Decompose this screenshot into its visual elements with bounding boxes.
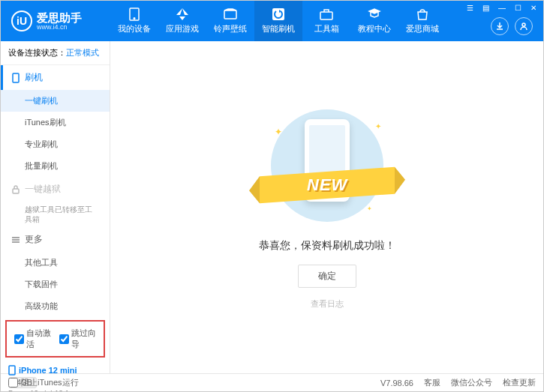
tab-toolbox[interactable]: 工具箱 <box>302 1 350 41</box>
svg-point-1 <box>134 18 135 19</box>
sidebar-item-batch-flash[interactable]: 批量刷机 <box>1 155 110 177</box>
tab-tutorials[interactable]: 教程中心 <box>350 1 398 41</box>
sidebar-group-more[interactable]: 更多 <box>1 227 110 252</box>
minimize-icon[interactable]: — <box>496 2 508 13</box>
sidebar-item-download-firmware[interactable]: 下载固件 <box>1 274 110 295</box>
svg-point-5 <box>522 23 525 26</box>
sidebar-item-other-tools[interactable]: 其他工具 <box>1 252 110 274</box>
svg-rect-4 <box>320 12 332 19</box>
view-log-link[interactable]: 查看日志 <box>311 298 344 310</box>
titlebar: iU 爱思助手 www.i4.cn 我的设备 应用游戏 铃声壁纸 智能刷机 工具… <box>1 1 543 41</box>
tab-apps[interactable]: 应用游戏 <box>158 1 206 41</box>
success-message: 恭喜您，保资料刷机成功啦！ <box>259 239 395 253</box>
options-row: 自动激活 跳过向导 <box>5 320 105 358</box>
tab-flash[interactable]: 智能刷机 <box>254 1 302 41</box>
lock-icon <box>11 185 20 194</box>
content-area: ✦ ✦ ✦ ✦ NEW 恭喜您，保资料刷机成功啦！ 确定 查看日志 <box>110 41 543 373</box>
more-icon <box>11 235 20 244</box>
tab-ringtones[interactable]: 铃声壁纸 <box>206 1 254 41</box>
version-label: V7.98.66 <box>380 379 413 388</box>
device-phone-icon <box>8 365 16 376</box>
menu2-icon[interactable]: ▤ <box>480 2 491 13</box>
maximize-icon[interactable]: ☐ <box>512 2 524 13</box>
svg-rect-8 <box>9 366 15 375</box>
sidebar-item-itunes-flash[interactable]: iTunes刷机 <box>1 112 110 133</box>
checkbox-block-itunes[interactable]: 阻止iTunes运行 <box>8 377 79 388</box>
footer-service[interactable]: 客服 <box>424 377 440 388</box>
apps-icon <box>175 7 190 21</box>
sidebar-item-pro-flash[interactable]: 专业刷机 <box>1 133 110 155</box>
tutorial-icon <box>367 7 382 21</box>
close-icon[interactable]: ✕ <box>528 2 539 13</box>
sidebar-group-flash[interactable]: 刷机 <box>1 65 110 90</box>
sidebar: 设备连接状态：正常模式 刷机 一键刷机 iTunes刷机 专业刷机 批量刷机 一… <box>1 41 110 373</box>
app-url: www.i4.cn <box>37 23 82 31</box>
svg-rect-2 <box>224 10 236 19</box>
svg-rect-7 <box>13 189 19 193</box>
ok-button[interactable]: 确定 <box>298 265 356 288</box>
star-icon: ✦ <box>367 205 372 212</box>
sidebar-group-jailbreak: 一键越狱 <box>1 177 110 202</box>
logo-icon: iU <box>11 10 32 31</box>
sidebar-item-advanced[interactable]: 高级功能 <box>1 295 110 317</box>
star-icon: ✦ <box>375 122 381 130</box>
footer-update[interactable]: 检查更新 <box>503 377 536 388</box>
logo-area: iU 爱思助手 www.i4.cn <box>1 10 110 31</box>
device-name: iPhone 12 mini <box>8 365 102 376</box>
phone-icon <box>11 73 20 82</box>
tab-my-device[interactable]: 我的设备 <box>110 1 158 41</box>
svg-rect-6 <box>13 73 19 82</box>
header-right-buttons <box>491 17 533 35</box>
toolbox-icon <box>319 7 334 21</box>
download-button[interactable] <box>491 17 509 35</box>
star-icon: ✦ <box>275 127 282 137</box>
footer-wechat[interactable]: 微信公众号 <box>451 377 492 388</box>
sidebar-item-oneclick-flash[interactable]: 一键刷机 <box>1 90 110 112</box>
checkbox-auto-activate[interactable]: 自动激活 <box>14 328 52 350</box>
success-illustration: ✦ ✦ ✦ ✦ NEW <box>252 106 402 226</box>
main-area: 设备连接状态：正常模式 刷机 一键刷机 iTunes刷机 专业刷机 批量刷机 一… <box>1 41 543 373</box>
jailbreak-note: 越狱工具已转移至工具箱 <box>1 202 110 227</box>
app-name: 爱思助手 <box>37 12 82 23</box>
flash-icon <box>271 7 286 21</box>
menu-icon[interactable]: ☰ <box>464 2 476 13</box>
wallpaper-icon <box>223 7 238 21</box>
window-controls: ☰ ▤ — ☐ ✕ <box>464 2 539 13</box>
store-icon <box>415 7 430 21</box>
connection-status: 设备连接状态：正常模式 <box>1 41 110 65</box>
device-icon <box>127 7 142 21</box>
tab-store[interactable]: 爱思商城 <box>398 1 446 41</box>
checkbox-skip-guide[interactable]: 跳过向导 <box>59 328 97 350</box>
user-button[interactable] <box>515 17 533 35</box>
